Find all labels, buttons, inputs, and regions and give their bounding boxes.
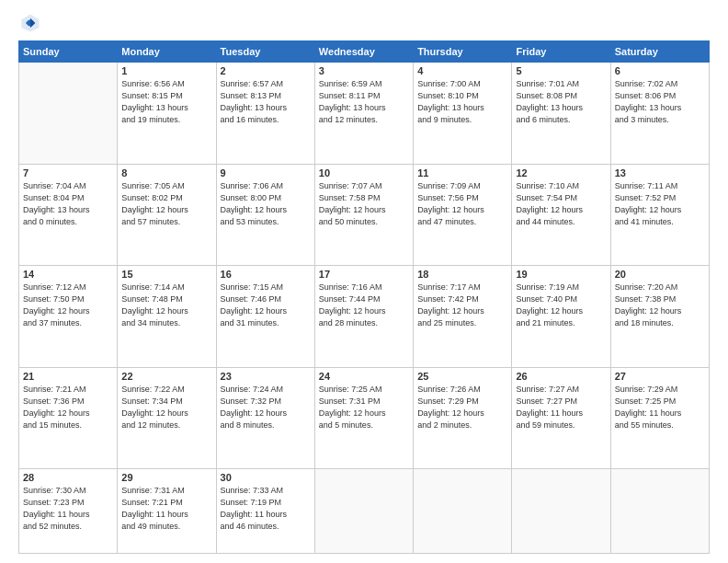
calendar-cell: [512, 469, 610, 554]
day-number: 9: [221, 167, 311, 178]
calendar-cell: 14Sunrise: 7:12 AM Sunset: 7:50 PM Dayli…: [19, 266, 118, 368]
weekday-header-wednesday: Wednesday: [314, 41, 413, 63]
day-info: Sunrise: 7:21 AM Sunset: 7:36 PM Dayligh…: [23, 384, 113, 431]
day-info: Sunrise: 7:33 AM Sunset: 7:19 PM Dayligh…: [221, 485, 311, 533]
day-info: Sunrise: 7:00 AM Sunset: 8:10 PM Dayligh…: [417, 78, 507, 126]
day-info: Sunrise: 7:20 AM Sunset: 7:38 PM Dayligh…: [615, 282, 705, 329]
page: SundayMondayTuesdayWednesdayThursdayFrid…: [0, 0, 728, 563]
day-number: 25: [417, 371, 507, 382]
calendar-cell: 20Sunrise: 7:20 AM Sunset: 7:38 PM Dayli…: [610, 266, 709, 368]
day-number: 24: [319, 371, 409, 382]
day-number: 11: [417, 167, 507, 178]
day-number: 19: [516, 269, 606, 280]
weekday-header-monday: Monday: [118, 41, 216, 63]
day-info: Sunrise: 6:57 AM Sunset: 8:13 PM Dayligh…: [221, 78, 311, 126]
day-number: 15: [121, 269, 211, 280]
calendar-cell: 7Sunrise: 7:04 AM Sunset: 8:04 PM Daylig…: [19, 164, 118, 266]
day-number: 5: [516, 65, 606, 76]
week-row-2: 7Sunrise: 7:04 AM Sunset: 8:04 PM Daylig…: [19, 164, 710, 266]
calendar-cell: 6Sunrise: 7:02 AM Sunset: 8:06 PM Daylig…: [610, 63, 709, 165]
calendar-cell: 1Sunrise: 6:56 AM Sunset: 8:15 PM Daylig…: [118, 63, 216, 165]
calendar-table: SundayMondayTuesdayWednesdayThursdayFrid…: [18, 40, 710, 554]
calendar-cell: 9Sunrise: 7:06 AM Sunset: 8:00 PM Daylig…: [216, 164, 314, 266]
day-info: Sunrise: 7:12 AM Sunset: 7:50 PM Dayligh…: [23, 282, 113, 329]
week-row-4: 21Sunrise: 7:21 AM Sunset: 7:36 PM Dayli…: [19, 367, 710, 469]
calendar-cell: 5Sunrise: 7:01 AM Sunset: 8:08 PM Daylig…: [512, 63, 610, 165]
calendar-cell: [314, 469, 413, 554]
day-number: 30: [221, 472, 311, 483]
weekday-header-sunday: Sunday: [19, 41, 118, 63]
day-info: Sunrise: 7:22 AM Sunset: 7:34 PM Dayligh…: [121, 384, 211, 431]
calendar-cell: 30Sunrise: 7:33 AM Sunset: 7:19 PM Dayli…: [216, 469, 314, 554]
calendar-cell: 25Sunrise: 7:26 AM Sunset: 7:29 PM Dayli…: [414, 367, 512, 469]
day-number: 18: [417, 269, 507, 280]
day-number: 12: [516, 167, 606, 178]
day-info: Sunrise: 7:29 AM Sunset: 7:25 PM Dayligh…: [615, 384, 705, 431]
logo: [18, 20, 40, 33]
day-info: Sunrise: 6:59 AM Sunset: 8:11 PM Dayligh…: [319, 78, 409, 126]
calendar-cell: 18Sunrise: 7:17 AM Sunset: 7:42 PM Dayli…: [414, 266, 512, 368]
day-number: 23: [221, 371, 311, 382]
calendar-cell: 29Sunrise: 7:31 AM Sunset: 7:21 PM Dayli…: [118, 469, 216, 554]
day-info: Sunrise: 7:02 AM Sunset: 8:06 PM Dayligh…: [615, 78, 705, 126]
header: [18, 17, 710, 33]
day-number: 13: [615, 167, 705, 178]
day-info: Sunrise: 7:17 AM Sunset: 7:42 PM Dayligh…: [417, 282, 507, 329]
day-info: Sunrise: 7:05 AM Sunset: 8:02 PM Dayligh…: [121, 180, 211, 228]
weekday-header-tuesday: Tuesday: [216, 41, 314, 63]
weekday-header-saturday: Saturday: [610, 41, 709, 63]
calendar-cell: 8Sunrise: 7:05 AM Sunset: 8:02 PM Daylig…: [118, 164, 216, 266]
calendar-cell: [414, 469, 512, 554]
calendar-cell: [19, 63, 118, 165]
day-number: 1: [121, 65, 211, 76]
calendar-cell: 15Sunrise: 7:14 AM Sunset: 7:48 PM Dayli…: [118, 266, 216, 368]
day-info: Sunrise: 7:31 AM Sunset: 7:21 PM Dayligh…: [121, 485, 211, 533]
day-number: 6: [615, 65, 705, 76]
day-info: Sunrise: 7:25 AM Sunset: 7:31 PM Dayligh…: [319, 384, 409, 431]
day-number: 17: [319, 269, 409, 280]
day-info: Sunrise: 7:10 AM Sunset: 7:54 PM Dayligh…: [516, 180, 606, 228]
calendar-cell: 19Sunrise: 7:19 AM Sunset: 7:40 PM Dayli…: [512, 266, 610, 368]
week-row-1: 1Sunrise: 6:56 AM Sunset: 8:15 PM Daylig…: [19, 63, 710, 165]
day-info: Sunrise: 7:06 AM Sunset: 8:00 PM Dayligh…: [221, 180, 311, 228]
logo-icon: [20, 13, 40, 33]
week-row-5: 28Sunrise: 7:30 AM Sunset: 7:23 PM Dayli…: [19, 469, 710, 554]
day-number: 16: [221, 269, 311, 280]
calendar-cell: [610, 469, 709, 554]
calendar-cell: 21Sunrise: 7:21 AM Sunset: 7:36 PM Dayli…: [19, 367, 118, 469]
day-info: Sunrise: 7:24 AM Sunset: 7:32 PM Dayligh…: [221, 384, 311, 431]
day-number: 21: [23, 371, 113, 382]
day-number: 8: [121, 167, 211, 178]
day-number: 2: [221, 65, 311, 76]
calendar-cell: 28Sunrise: 7:30 AM Sunset: 7:23 PM Dayli…: [19, 469, 118, 554]
week-row-3: 14Sunrise: 7:12 AM Sunset: 7:50 PM Dayli…: [19, 266, 710, 368]
weekday-header-thursday: Thursday: [414, 41, 512, 63]
day-info: Sunrise: 7:01 AM Sunset: 8:08 PM Dayligh…: [516, 78, 606, 126]
day-number: 29: [121, 472, 211, 483]
calendar-cell: 3Sunrise: 6:59 AM Sunset: 8:11 PM Daylig…: [314, 63, 413, 165]
day-number: 27: [615, 371, 705, 382]
day-number: 28: [23, 472, 113, 483]
day-info: Sunrise: 7:09 AM Sunset: 7:56 PM Dayligh…: [417, 180, 507, 228]
day-info: Sunrise: 7:14 AM Sunset: 7:48 PM Dayligh…: [121, 282, 211, 329]
day-number: 20: [615, 269, 705, 280]
day-number: 22: [121, 371, 211, 382]
weekday-header-row: SundayMondayTuesdayWednesdayThursdayFrid…: [19, 41, 710, 63]
day-info: Sunrise: 6:56 AM Sunset: 8:15 PM Dayligh…: [121, 78, 211, 126]
day-number: 10: [319, 167, 409, 178]
day-number: 26: [516, 371, 606, 382]
calendar-cell: 13Sunrise: 7:11 AM Sunset: 7:52 PM Dayli…: [610, 164, 709, 266]
calendar-cell: 16Sunrise: 7:15 AM Sunset: 7:46 PM Dayli…: [216, 266, 314, 368]
calendar-cell: 23Sunrise: 7:24 AM Sunset: 7:32 PM Dayli…: [216, 367, 314, 469]
day-info: Sunrise: 7:30 AM Sunset: 7:23 PM Dayligh…: [23, 485, 113, 533]
day-info: Sunrise: 7:19 AM Sunset: 7:40 PM Dayligh…: [516, 282, 606, 329]
calendar-cell: 27Sunrise: 7:29 AM Sunset: 7:25 PM Dayli…: [610, 367, 709, 469]
day-number: 7: [23, 167, 113, 178]
weekday-header-friday: Friday: [512, 41, 610, 63]
calendar-cell: 10Sunrise: 7:07 AM Sunset: 7:58 PM Dayli…: [314, 164, 413, 266]
calendar-cell: 12Sunrise: 7:10 AM Sunset: 7:54 PM Dayli…: [512, 164, 610, 266]
calendar-cell: 26Sunrise: 7:27 AM Sunset: 7:27 PM Dayli…: [512, 367, 610, 469]
calendar-cell: 11Sunrise: 7:09 AM Sunset: 7:56 PM Dayli…: [414, 164, 512, 266]
day-info: Sunrise: 7:11 AM Sunset: 7:52 PM Dayligh…: [615, 180, 705, 228]
day-info: Sunrise: 7:07 AM Sunset: 7:58 PM Dayligh…: [319, 180, 409, 228]
